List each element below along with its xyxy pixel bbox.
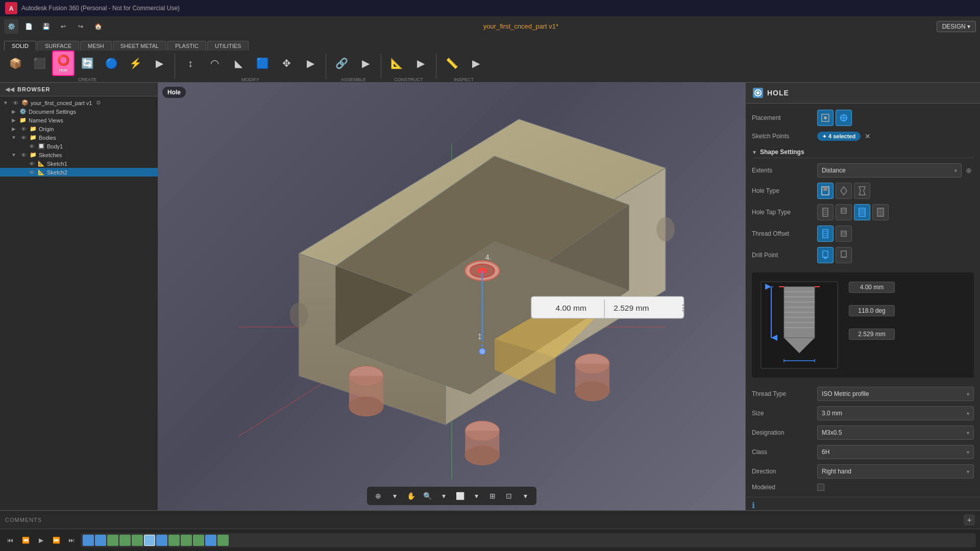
timeline-item-9[interactable]: [181, 535, 192, 546]
timeline-item-1[interactable]: [83, 535, 94, 546]
eye-icon[interactable]: 👁: [28, 161, 36, 167]
pan-btn[interactable]: ✋: [404, 489, 418, 503]
origin-btn[interactable]: ⊕: [371, 489, 385, 503]
size-dropdown[interactable]: 3.0 mm ▾: [817, 406, 974, 420]
home-btn[interactable]: 🏠: [91, 19, 105, 34]
timeline-play-btn[interactable]: ▶: [35, 534, 47, 546]
tree-item-namedviews[interactable]: ▶ 📁 Named Views: [0, 116, 158, 124]
timeline-item-11[interactable]: [205, 535, 216, 546]
more-modify-btn[interactable]: ▶: [299, 51, 322, 76]
timeline-item-7[interactable]: [156, 535, 167, 546]
tab-utilities[interactable]: UTILITIES: [207, 41, 249, 51]
drill-point-btn-1[interactable]: [817, 247, 834, 263]
tree-item-sketch1[interactable]: 👁 📐 Sketch1: [0, 159, 158, 168]
thread-offset-btn-1[interactable]: [817, 226, 834, 242]
tab-surface[interactable]: SURFACE: [37, 41, 79, 51]
new-file-btn[interactable]: 📄: [21, 19, 36, 34]
modeled-checkbox[interactable]: [817, 484, 824, 491]
timeline-item-4[interactable]: [119, 535, 131, 546]
thread-offset-btn-2[interactable]: [836, 226, 852, 242]
diagram-val-depth[interactable]: 4.00 mm: [849, 282, 895, 293]
eye-icon[interactable]: 👁: [28, 169, 36, 176]
select-btn[interactable]: ⬜: [453, 489, 467, 503]
expand-icon[interactable]: ▶: [10, 109, 17, 114]
grid-btn[interactable]: ⊞: [485, 489, 500, 503]
tree-item-sketches[interactable]: ▼ 👁 📁 Sketches: [0, 151, 158, 159]
tap-type-btn-2[interactable]: [836, 204, 852, 220]
expand-icon[interactable]: ▶: [10, 126, 17, 132]
new-component-btn[interactable]: 📦: [4, 51, 27, 76]
timeline-item-6[interactable]: [144, 535, 155, 546]
design-btn[interactable]: DESIGN ▾: [937, 21, 976, 32]
diagram-val-angle[interactable]: 118.0 deg: [849, 305, 895, 316]
eye-icon[interactable]: 👁: [28, 143, 36, 149]
redo-btn[interactable]: ↪: [74, 19, 88, 34]
eye-icon[interactable]: 👁: [11, 100, 19, 106]
select-dropdown[interactable]: ▾: [469, 489, 483, 503]
zoom-dropdown[interactable]: ▾: [436, 489, 451, 503]
expand-icon[interactable]: ▼: [2, 100, 9, 106]
expand-icon[interactable]: ▼: [10, 135, 17, 140]
more-create-btn[interactable]: ▶: [148, 51, 170, 76]
thread-type-dropdown[interactable]: ISO Metric profile ▾: [817, 387, 974, 401]
tree-item-sketch2[interactable]: 👁 📐 Sketch2: [0, 168, 158, 177]
sphere-btn[interactable]: 🔵: [100, 51, 122, 76]
info-icon[interactable]: ℹ: [752, 500, 755, 510]
display-dropdown[interactable]: ▾: [518, 489, 532, 503]
timeline-next-btn[interactable]: ⏩: [50, 534, 62, 546]
designation-dropdown[interactable]: M3x0.5 ▾: [817, 425, 974, 440]
hole-type-btn-1[interactable]: [817, 183, 834, 199]
revolve-btn[interactable]: 🔄: [76, 51, 99, 76]
eye-icon[interactable]: 👁: [19, 152, 28, 158]
tree-item-root[interactable]: ▼ 👁 📦 your_first_cnced_part v1 ⚙: [0, 98, 158, 107]
tree-item-origin[interactable]: ▶ 👁 📁 Origin: [0, 124, 158, 133]
undo-btn[interactable]: ↩: [56, 19, 70, 34]
expand-icon[interactable]: ▶: [10, 117, 17, 123]
timeline-prev-btn[interactable]: ⏪: [19, 534, 32, 546]
extrude-btn[interactable]: ⬛: [28, 51, 51, 76]
tree-item-bodies[interactable]: ▼ 👁 📁 Bodies: [0, 133, 158, 142]
tree-item-docsettings[interactable]: ▶ ⚙️ Document Settings: [0, 107, 158, 116]
timeline-item-5[interactable]: [132, 535, 143, 546]
display-btn[interactable]: ⊡: [502, 489, 516, 503]
tab-solid[interactable]: SOLID: [4, 41, 36, 51]
clear-sketch-points-btn[interactable]: ✕: [863, 131, 873, 141]
extents-value[interactable]: Distance ▾: [817, 163, 962, 178]
pattern-btn[interactable]: ⚡: [124, 51, 146, 76]
hole-type-btn-2[interactable]: [836, 183, 852, 199]
browser-collapse-btn[interactable]: ◀◀: [5, 86, 14, 93]
timeline-item-10[interactable]: [193, 535, 204, 546]
hole-btn[interactable]: ⭕ Hole: [52, 51, 75, 76]
shell-btn[interactable]: 🟦: [251, 51, 274, 76]
eye-icon[interactable]: 👁: [19, 135, 28, 141]
placement-btn-2[interactable]: [836, 110, 852, 126]
class-dropdown[interactable]: 6H ▾: [817, 445, 974, 459]
joint-btn[interactable]: 🔗: [330, 51, 353, 76]
app-menu-btn[interactable]: ⚙️: [4, 19, 18, 34]
tap-type-btn-3[interactable]: [854, 204, 870, 220]
diagram-val-width[interactable]: 2.529 mm: [849, 329, 895, 340]
comments-add-btn[interactable]: +: [964, 514, 975, 525]
timeline-item-12[interactable]: [217, 535, 229, 546]
more-inspect-btn[interactable]: ▶: [464, 51, 487, 76]
drill-point-btn-2[interactable]: [836, 247, 852, 263]
eye-icon[interactable]: 👁: [19, 126, 28, 132]
save-btn[interactable]: 💾: [39, 19, 53, 34]
timeline-item-8[interactable]: [168, 535, 180, 546]
more-construct-btn[interactable]: ▶: [409, 51, 432, 76]
direction-dropdown[interactable]: Right hand ▾: [817, 464, 974, 479]
more-assemble-btn[interactable]: ▶: [354, 51, 377, 76]
tap-type-btn-1[interactable]: [817, 204, 834, 220]
move-btn[interactable]: ✥: [275, 51, 298, 76]
timeline-item-2[interactable]: [95, 535, 106, 546]
placement-btn-1[interactable]: [817, 110, 834, 126]
tab-mesh[interactable]: MESH: [80, 41, 112, 51]
zoom-btn[interactable]: 🔍: [420, 489, 434, 503]
shape-settings-header[interactable]: ▼ Shape Settings: [752, 146, 974, 158]
extents-measure-icon[interactable]: ⊕: [964, 165, 974, 176]
offset-plane-btn[interactable]: 📐: [385, 51, 408, 76]
viewport[interactable]: Hole: [158, 83, 745, 510]
fillet-btn[interactable]: ◠: [203, 51, 226, 76]
press-pull-btn[interactable]: ↕: [179, 51, 202, 76]
measure-btn[interactable]: 📏: [440, 51, 463, 76]
